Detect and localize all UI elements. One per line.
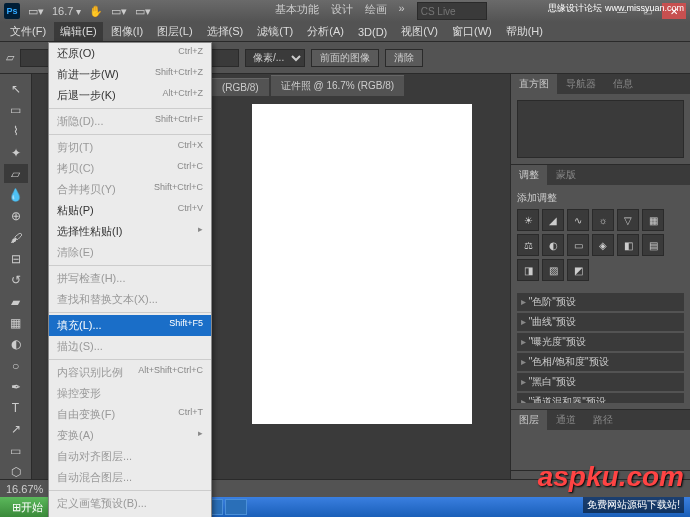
menu-file[interactable]: 文件(F) [4,22,52,41]
crop-tool-icon: ▱ [6,51,14,64]
crop-tool[interactable]: ▱ [4,164,28,183]
unit-dropdown[interactable]: 像素/... [245,49,305,67]
workspace-paint[interactable]: 绘画 [365,2,387,20]
toolbox: ↖ ▭ ⌇ ✦ ▱ 💧 ⊕ 🖌 ⊟ ↺ ▰ ▦ ◐ ○ ✒ T ↗ ▭ ⬡ ✋ [0,74,32,504]
brightness-icon[interactable]: ☀ [517,209,539,231]
stamp-tool[interactable]: ⊟ [4,249,28,268]
screen-mode-icon[interactable]: ▭▾ [135,5,151,18]
zoom-status[interactable]: 16.67% [6,483,43,495]
selective-icon[interactable]: ◩ [567,259,589,281]
gradient-icon[interactable]: ▨ [542,259,564,281]
blur-tool[interactable]: ◐ [4,335,28,354]
move-tool[interactable]: ↖ [4,79,28,98]
preset-curves[interactable]: "曲线"预设 [517,313,684,331]
workspace-basic[interactable]: 基本功能 [275,2,319,20]
shape-tool[interactable]: ▭ [4,441,28,460]
menu-item[interactable]: 填充(L)...Shift+F5 [49,315,211,336]
menu-help[interactable]: 帮助(H) [500,22,549,41]
window-menu-icon[interactable]: ▭▾ [28,5,44,18]
menu-item: 拼写检查(H)... [49,268,211,289]
cslive-search[interactable] [417,2,487,20]
menu-item[interactable]: 前进一步(W)Shift+Ctrl+Z [49,64,211,85]
photo-icon[interactable]: ▭ [567,234,589,256]
channels-tab[interactable]: 通道 [548,410,584,430]
menu-select[interactable]: 选择(S) [201,22,250,41]
menu-filter[interactable]: 滤镜(T) [251,22,299,41]
doc-tab-1[interactable]: (RGB/8) [212,78,269,96]
menu-item: 自动对齐图层... [49,446,211,467]
menu-item: 自动混合图层... [49,467,211,488]
brush-tool[interactable]: 🖌 [4,228,28,247]
levels-icon[interactable]: ◢ [542,209,564,231]
mixer-icon[interactable]: ◈ [592,234,614,256]
lasso-tool[interactable]: ⌇ [4,122,28,141]
menu-analysis[interactable]: 分析(A) [301,22,350,41]
gradient-tool[interactable]: ▦ [4,313,28,332]
histogram-tab[interactable]: 直方图 [511,74,557,94]
menu-layer[interactable]: 图层(L) [151,22,198,41]
heal-tool[interactable]: ⊕ [4,207,28,226]
menu-item[interactable]: 后退一步(K)Alt+Ctrl+Z [49,85,211,106]
menu-edit[interactable]: 编辑(E) [54,22,103,41]
preset-levels[interactable]: "色阶"预设 [517,293,684,311]
eraser-tool[interactable]: ▰ [4,292,28,311]
hand-tool-icon[interactable]: ✋ [89,5,103,18]
eyedropper-tool[interactable]: 💧 [4,185,28,204]
zoom-dropdown[interactable]: 16.7 ▾ [52,5,81,17]
workspace-design[interactable]: 设计 [331,2,353,20]
poster-icon[interactable]: ▤ [642,234,664,256]
invert-icon[interactable]: ◧ [617,234,639,256]
menu-item[interactable]: 还原(O)Ctrl+Z [49,43,211,64]
canvas[interactable] [252,104,472,424]
threshold-icon[interactable]: ◨ [517,259,539,281]
edit-dropdown: 还原(O)Ctrl+Z前进一步(W)Shift+Ctrl+Z后退一步(K)Alt… [48,42,212,517]
front-image-button[interactable]: 前面的图像 [311,49,379,67]
panels: 直方图 导航器 信息 调整 蒙版 添加调整 ☀ ◢ ∿ ☼ ▽ ▦ ⚖ [510,74,690,504]
menu-image[interactable]: 图像(I) [105,22,149,41]
pen-tool[interactable]: ✒ [4,377,28,396]
balance-icon[interactable]: ⚖ [517,234,539,256]
info-tab[interactable]: 信息 [605,74,641,94]
bw-icon[interactable]: ◐ [542,234,564,256]
menu-item[interactable]: 粘贴(P)Ctrl+V [49,200,211,221]
adjust-icons: ☀ ◢ ∿ ☼ ▽ ▦ ⚖ ◐ ▭ ◈ ◧ ▤ ◨ ▨ ◩ [517,209,684,281]
menu-window[interactable]: 窗口(W) [446,22,498,41]
type-tool[interactable]: T [4,398,28,417]
menu-item: 操控变形 [49,383,211,404]
adjust-tab[interactable]: 调整 [511,165,547,185]
paths-tab[interactable]: 路径 [585,410,621,430]
dodge-tool[interactable]: ○ [4,356,28,375]
preset-bw[interactable]: "黑白"预设 [517,373,684,391]
mask-tab[interactable]: 蒙版 [548,165,584,185]
hue-icon[interactable]: ▦ [642,209,664,231]
menu-item: 渐隐(D)...Shift+Ctrl+F [49,111,211,132]
preset-mixer[interactable]: "通道混和器"预设 [517,393,684,403]
navigator-tab[interactable]: 导航器 [558,74,604,94]
layers-tab[interactable]: 图层 [511,410,547,430]
vibrance-icon[interactable]: ▽ [617,209,639,231]
menu-item: 拷贝(C)Ctrl+C [49,158,211,179]
start-button[interactable]: ⊞ 开始 [0,497,55,517]
task-item[interactable] [225,499,247,515]
menu-item: 清除(E) [49,242,211,263]
curves-icon[interactable]: ∿ [567,209,589,231]
preset-exposure[interactable]: "曝光度"预设 [517,333,684,351]
ps-logo: Ps [4,3,20,19]
watermark-top: 思缘设计论坛 www.missyuan.com [548,2,684,15]
menu-view[interactable]: 视图(V) [395,22,444,41]
exposure-icon[interactable]: ☼ [592,209,614,231]
preset-hue[interactable]: "色相/饱和度"预设 [517,353,684,371]
doc-tab-2[interactable]: 证件照 @ 16.7% (RGB/8) [271,75,405,96]
menu-item: 合并拷贝(Y)Shift+Ctrl+C [49,179,211,200]
view-mode-icon[interactable]: ▭▾ [111,5,127,18]
preset-list: "色阶"预设 "曲线"预设 "曝光度"预设 "色相/饱和度"预设 "黑白"预设 … [517,293,684,403]
menu-item[interactable]: 选择性粘贴(I)▸ [49,221,211,242]
history-tool[interactable]: ↺ [4,271,28,290]
menu-item: 剪切(T)Ctrl+X [49,137,211,158]
menu-3d[interactable]: 3D(D) [352,24,393,40]
clear-button[interactable]: 清除 [385,49,423,67]
menu-item: 自由变换(F)Ctrl+T [49,404,211,425]
marquee-tool[interactable]: ▭ [4,100,28,119]
wand-tool[interactable]: ✦ [4,143,28,162]
path-tool[interactable]: ↗ [4,420,28,439]
